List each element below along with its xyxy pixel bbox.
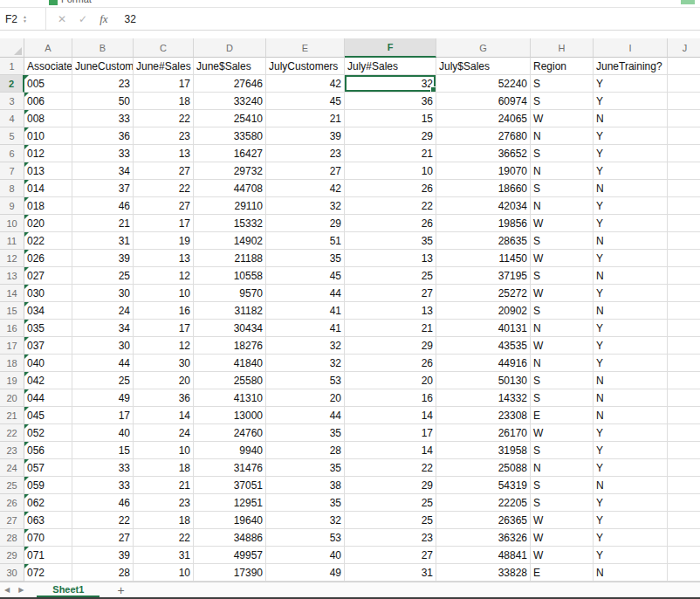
cell-B27[interactable]: 22 bbox=[72, 512, 134, 529]
cell-B22[interactable]: 40 bbox=[72, 424, 134, 442]
cell-I5[interactable]: Y bbox=[594, 127, 668, 145]
cell-F25[interactable]: 29 bbox=[345, 477, 436, 494]
cell-C7[interactable]: 27 bbox=[134, 162, 194, 180]
cell-C3[interactable]: 18 bbox=[134, 93, 194, 110]
cell-A6[interactable]: 012 bbox=[24, 145, 72, 162]
row-header-28[interactable]: 28 bbox=[0, 529, 24, 547]
row-header-17[interactable]: 17 bbox=[0, 337, 24, 355]
cell-B30[interactable]: 28 bbox=[72, 564, 134, 582]
cell-D4[interactable]: 25410 bbox=[194, 110, 266, 127]
cell-H8[interactable]: S bbox=[531, 180, 594, 197]
cell-D18[interactable]: 41840 bbox=[194, 355, 266, 372]
column-header-B[interactable]: B bbox=[72, 38, 134, 58]
cell-F14[interactable]: 27 bbox=[345, 285, 436, 302]
cell-B29[interactable]: 39 bbox=[72, 547, 134, 564]
cell-J21[interactable] bbox=[668, 407, 700, 424]
cell-E30[interactable]: 49 bbox=[266, 564, 345, 582]
format-button[interactable]: Format bbox=[61, 0, 92, 4]
cell-H17[interactable]: W bbox=[531, 337, 594, 355]
cell-A15[interactable]: 034 bbox=[24, 302, 72, 320]
row-header-24[interactable]: 24 bbox=[0, 459, 24, 477]
row-header-7[interactable]: 7 bbox=[0, 162, 24, 180]
cell-H30[interactable]: E bbox=[531, 564, 594, 582]
row-header-23[interactable]: 23 bbox=[0, 442, 24, 459]
cell-B8[interactable]: 37 bbox=[72, 180, 134, 197]
cell-A12[interactable]: 026 bbox=[24, 250, 72, 267]
cancel-icon[interactable]: ✕ bbox=[58, 13, 66, 25]
cell-H25[interactable]: S bbox=[531, 477, 594, 494]
cell-E15[interactable]: 41 bbox=[266, 302, 345, 320]
cell-F27[interactable]: 25 bbox=[345, 512, 436, 529]
cell-F13[interactable]: 25 bbox=[345, 267, 436, 285]
cell-B28[interactable]: 27 bbox=[72, 529, 134, 547]
cell-F23[interactable]: 14 bbox=[345, 442, 436, 459]
cell-J29[interactable] bbox=[668, 547, 700, 564]
cell-D13[interactable]: 10558 bbox=[194, 267, 266, 285]
cell-E16[interactable]: 41 bbox=[266, 320, 345, 337]
cell-E25[interactable]: 38 bbox=[266, 477, 345, 494]
cell-F28[interactable]: 23 bbox=[345, 529, 436, 547]
cell-F3[interactable]: 36 bbox=[345, 93, 436, 110]
cell-G4[interactable]: 24065 bbox=[436, 110, 531, 127]
cell-J15[interactable] bbox=[668, 302, 700, 320]
cell-G22[interactable]: 26170 bbox=[436, 424, 531, 442]
column-header-C[interactable]: C bbox=[134, 38, 194, 58]
cell-B24[interactable]: 33 bbox=[72, 459, 134, 477]
cell-A28[interactable]: 070 bbox=[24, 529, 72, 547]
cell-H12[interactable]: W bbox=[531, 250, 594, 267]
cell-I28[interactable]: Y bbox=[594, 529, 668, 547]
cell-E13[interactable]: 45 bbox=[266, 267, 345, 285]
cell-A26[interactable]: 062 bbox=[24, 494, 72, 512]
cell-B12[interactable]: 39 bbox=[72, 250, 134, 267]
cell-E14[interactable]: 44 bbox=[266, 285, 345, 302]
cell-H14[interactable]: W bbox=[531, 285, 594, 302]
row-header-21[interactable]: 21 bbox=[0, 407, 24, 424]
cell-F5[interactable]: 29 bbox=[345, 127, 436, 145]
fx-icon[interactable]: fx bbox=[100, 12, 107, 26]
cell-E24[interactable]: 35 bbox=[266, 459, 345, 477]
cell-H10[interactable]: W bbox=[531, 215, 594, 232]
cell-G30[interactable]: 33828 bbox=[436, 564, 531, 582]
row-header-11[interactable]: 11 bbox=[0, 232, 24, 250]
cell-F26[interactable]: 25 bbox=[345, 494, 436, 512]
cell-I19[interactable]: N bbox=[594, 372, 668, 389]
cell-A21[interactable]: 045 bbox=[24, 407, 72, 424]
cell-H23[interactable]: S bbox=[531, 442, 594, 459]
cell-B11[interactable]: 31 bbox=[72, 232, 134, 250]
column-header-A[interactable]: A bbox=[24, 38, 72, 58]
cell-J17[interactable] bbox=[668, 337, 700, 355]
cell-G20[interactable]: 14332 bbox=[436, 389, 531, 407]
cell-C6[interactable]: 13 bbox=[134, 145, 194, 162]
cell-B18[interactable]: 44 bbox=[72, 355, 134, 372]
cell-J26[interactable] bbox=[668, 494, 700, 512]
cell-E29[interactable]: 40 bbox=[266, 547, 345, 564]
cell-E11[interactable]: 51 bbox=[266, 232, 345, 250]
cell-D23[interactable]: 9940 bbox=[194, 442, 266, 459]
cell-H3[interactable]: S bbox=[531, 93, 594, 110]
cell-J30[interactable] bbox=[668, 564, 700, 582]
cell-D14[interactable]: 9570 bbox=[194, 285, 266, 302]
cell-J13[interactable] bbox=[668, 267, 700, 285]
row-header-9[interactable]: 9 bbox=[0, 197, 24, 215]
cell-G13[interactable]: 37195 bbox=[436, 267, 531, 285]
cell-G3[interactable]: 60974 bbox=[436, 93, 531, 110]
cell-C25[interactable]: 21 bbox=[134, 477, 194, 494]
row-header-5[interactable]: 5 bbox=[0, 127, 24, 145]
cell-D25[interactable]: 37051 bbox=[194, 477, 266, 494]
cell-E28[interactable]: 53 bbox=[266, 529, 345, 547]
cell-F11[interactable]: 35 bbox=[345, 232, 436, 250]
cell-F29[interactable]: 27 bbox=[345, 547, 436, 564]
cell-F19[interactable]: 20 bbox=[345, 372, 436, 389]
cell-A3[interactable]: 006 bbox=[24, 93, 72, 110]
cell-J9[interactable] bbox=[668, 197, 700, 215]
cell-H28[interactable]: W bbox=[531, 529, 594, 547]
column-header-I[interactable]: I bbox=[594, 38, 668, 58]
cell-H21[interactable]: E bbox=[531, 407, 594, 424]
cell-E9[interactable]: 32 bbox=[266, 197, 345, 215]
cell-A19[interactable]: 042 bbox=[24, 372, 72, 389]
cell-B13[interactable]: 25 bbox=[72, 267, 134, 285]
cell-J10[interactable] bbox=[668, 215, 700, 232]
cell-A27[interactable]: 063 bbox=[24, 512, 72, 529]
cell-E7[interactable]: 27 bbox=[266, 162, 345, 180]
cell-G5[interactable]: 27680 bbox=[436, 127, 531, 145]
